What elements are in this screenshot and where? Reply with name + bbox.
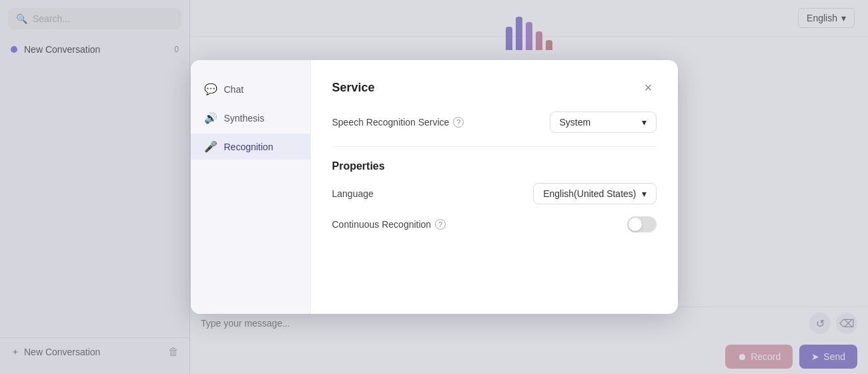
service-label-text: Speech Recognition Service (332, 117, 450, 128)
continuous-help-icon[interactable]: ? (435, 219, 446, 230)
modal-title: Service (332, 81, 375, 95)
modal-header: Service × (332, 79, 657, 97)
modal-nav-synthesis[interactable]: 🔊 Synthesis (191, 105, 310, 131)
modal-nav-recognition-label: Recognition (224, 142, 274, 152)
modal-nav-synthesis-label: Synthesis (224, 113, 265, 124)
language-field-row: Language English(United States) ▾ (332, 183, 657, 204)
modal-nav-recognition[interactable]: 🎤 Recognition (191, 134, 310, 160)
modal-overlay: 💬 Chat 🔊 Synthesis 🎤 Recognition Service… (0, 0, 868, 374)
toggle-knob (628, 218, 642, 231)
continuous-field-row: Continuous Recognition ? (332, 216, 657, 232)
modal-nav-chat[interactable]: 💬 Chat (191, 76, 310, 102)
recognition-icon: 🎤 (204, 140, 218, 153)
chat-icon: 💬 (204, 83, 218, 96)
language-chevron-icon: ▾ (642, 188, 646, 199)
continuous-label-text: Continuous Recognition (332, 219, 432, 230)
modal-content: Service × Speech Recognition Service ? S… (311, 60, 678, 314)
continuous-toggle[interactable] (627, 216, 657, 232)
synthesis-icon: 🔊 (204, 112, 218, 124)
service-label: Speech Recognition Service ? (332, 117, 464, 128)
modal-nav: 💬 Chat 🔊 Synthesis 🎤 Recognition (191, 60, 311, 314)
service-select[interactable]: System ▾ (550, 112, 657, 133)
language-select[interactable]: English(United States) ▾ (533, 183, 656, 204)
modal-nav-chat-label: Chat (224, 84, 244, 95)
service-field-row: Speech Recognition Service ? System ▾ (332, 112, 657, 133)
continuous-label: Continuous Recognition ? (332, 219, 446, 230)
language-select-value: English(United States) (543, 188, 636, 199)
language-label: Language (332, 188, 374, 199)
service-select-value: System (560, 117, 591, 128)
service-chevron-icon: ▾ (642, 117, 646, 128)
settings-modal: 💬 Chat 🔊 Synthesis 🎤 Recognition Service… (191, 60, 678, 314)
language-label-text: Language (332, 188, 374, 199)
properties-title: Properties (332, 160, 657, 172)
section-divider (332, 146, 657, 147)
close-button[interactable]: × (640, 79, 657, 97)
service-help-icon[interactable]: ? (453, 117, 464, 128)
